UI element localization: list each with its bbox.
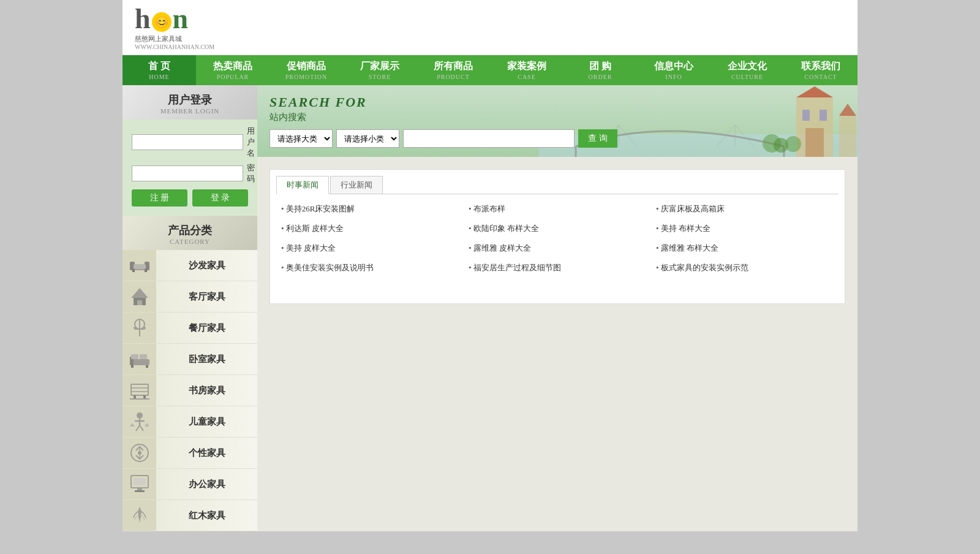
- username-label: 用户名: [247, 126, 255, 159]
- news-item-1[interactable]: 美持26R床安装图解: [276, 200, 464, 218]
- news-item-12[interactable]: 板式家具的安装实例示范: [651, 259, 839, 276]
- news-item-8[interactable]: 露维雅 皮样大全: [464, 240, 651, 257]
- page-wrapper: 用户登录 MEMBER LOGIN 用户名 密 码 注 册 登 录: [123, 85, 858, 531]
- category2-select[interactable]: 请选择小类: [336, 129, 399, 148]
- news-item-4[interactable]: 利达斯 皮样大全: [276, 220, 464, 237]
- svg-point-26: [137, 412, 143, 419]
- news-item-7[interactable]: 美持 皮样大全: [276, 240, 464, 257]
- news-container: 时事新闻 行业新闻 美持26R床安装图解 布派布样 庆富床板及高箱床 利达斯 皮…: [257, 157, 858, 316]
- category-name-study: 书房家具: [156, 385, 257, 397]
- nav-promotion-en: PROMOTION: [285, 74, 327, 80]
- nav-store-label: 厂家展示: [360, 60, 399, 73]
- nav-home-en: HOME: [149, 74, 169, 80]
- news-item-2[interactable]: 布派布样: [464, 200, 651, 218]
- category-item-dining[interactable]: 餐厅家具: [123, 313, 257, 344]
- nav-info[interactable]: 信息中心 INFO: [637, 55, 710, 85]
- nav-order-en: ORDER: [589, 74, 612, 80]
- search-row: 请选择大类 请选择小类 查 询: [270, 129, 845, 148]
- svg-rect-19: [146, 365, 148, 368]
- news-item-3[interactable]: 庆富床板及高箱床: [651, 200, 839, 218]
- svg-rect-3: [132, 269, 135, 272]
- category-icon-box-sofa: [123, 250, 156, 281]
- nav-product-en: PRODUCT: [437, 74, 470, 80]
- news-content: 美持26R床安装图解 布派布样 庆富床板及高箱床 利达斯 皮样大全 欧陆印象 布…: [276, 200, 839, 276]
- nav-popular[interactable]: 热卖商品 POPULAR: [196, 55, 270, 85]
- nav-culture[interactable]: 企业文化 CULTURE: [710, 55, 784, 85]
- password-input[interactable]: [132, 165, 243, 181]
- logo-h: h: [135, 3, 151, 34]
- bedroom-icon: [129, 348, 151, 370]
- category1-select[interactable]: 请选择大类: [270, 129, 333, 148]
- nav-order[interactable]: 团 购 ORDER: [564, 55, 637, 85]
- register-button[interactable]: 注 册: [132, 189, 187, 207]
- svg-rect-16: [131, 354, 138, 359]
- nav-promotion-label: 促销商品: [287, 60, 326, 73]
- study-icon: [129, 379, 151, 401]
- category-item-office[interactable]: 办公家具: [123, 469, 257, 500]
- tab-industry-news[interactable]: 行业新闻: [330, 176, 383, 194]
- tab-current-news[interactable]: 时事新闻: [276, 176, 329, 194]
- navigation: 首 页 HOME 热卖商品 POPULAR 促销商品 PROMOTION 厂家展…: [123, 55, 858, 85]
- svg-marker-6: [131, 288, 148, 298]
- category-list: 沙发家具 客厅家具: [123, 250, 257, 531]
- nav-product[interactable]: 所有商品 PRODUCT: [417, 55, 490, 85]
- news-item-9[interactable]: 露维雅 布样大全: [651, 240, 839, 257]
- svg-line-30: [140, 425, 143, 431]
- svg-point-13: [143, 327, 146, 329]
- login-button[interactable]: 登 录: [192, 189, 248, 207]
- logo[interactable]: h😊n 慈憨网上家具城 WWW.CHINAHANHAN.COM: [135, 5, 214, 50]
- nav-culture-label: 企业文化: [728, 60, 767, 73]
- nav-contact[interactable]: 联系我们 CONTACT: [784, 55, 858, 85]
- svg-rect-39: [135, 490, 145, 492]
- nav-product-label: 所有商品: [434, 60, 473, 73]
- news-tabs: 时事新闻 行业新闻: [276, 176, 839, 194]
- nav-popular-label: 热卖商品: [213, 60, 252, 73]
- category-name-sofa: 沙发家具: [156, 260, 257, 271]
- svg-rect-38: [137, 488, 142, 490]
- login-form: 用户名 密 码 注 册 登 录: [123, 120, 257, 216]
- category-name-children: 儿童家具: [156, 416, 257, 428]
- office-icon: [129, 473, 151, 495]
- svg-rect-37: [134, 478, 146, 485]
- category-item-sofa[interactable]: 沙发家具: [123, 250, 257, 281]
- search-subtitle: 站内搜索: [270, 112, 845, 123]
- svg-rect-17: [140, 354, 147, 359]
- category-name-mahogany: 红木家具: [156, 510, 257, 522]
- category-item-bedroom[interactable]: 卧室家具: [123, 344, 257, 375]
- category-item-custom[interactable]: 个性家具: [123, 438, 257, 469]
- nav-case[interactable]: 家装案例 CASE: [490, 55, 564, 85]
- category-icon-box-custom: [123, 438, 156, 468]
- member-login-header: 用户登录 MEMBER LOGIN: [123, 85, 257, 120]
- news-item-10[interactable]: 奥美佳安装实例及说明书: [276, 259, 464, 276]
- nav-culture-en: CULTURE: [731, 74, 763, 80]
- password-label: 密 码: [247, 162, 255, 184]
- search-input[interactable]: [403, 129, 575, 148]
- category-item-children[interactable]: 儿童家具: [123, 406, 257, 438]
- nav-home-label: 首 页: [148, 60, 170, 73]
- category-icon-box-dining: [123, 313, 156, 343]
- nav-promotion[interactable]: 促销商品 PROMOTION: [270, 55, 343, 85]
- category-name-bedroom: 卧室家具: [156, 354, 257, 365]
- nav-order-label: 团 购: [589, 60, 611, 73]
- nav-info-en: INFO: [665, 74, 682, 80]
- login-buttons: 注 册 登 录: [132, 189, 248, 207]
- nav-home[interactable]: 首 页 HOME: [123, 55, 196, 85]
- news-item-6[interactable]: 美持 布样大全: [651, 220, 839, 237]
- category-title-cn: 产品分类: [129, 223, 251, 238]
- news-area: 时事新闻 行业新闻 美持26R床安装图解 布派布样 庆富床板及高箱床 利达斯 皮…: [270, 169, 845, 304]
- category-item-study[interactable]: 书房家具: [123, 375, 257, 406]
- svg-rect-8: [137, 300, 142, 305]
- news-item-11[interactable]: 福安居生产过程及细节图: [464, 259, 651, 276]
- nav-store-en: STORE: [369, 74, 391, 80]
- nav-contact-en: CONTACT: [804, 74, 837, 80]
- nav-store[interactable]: 厂家展示 STORE: [343, 55, 417, 85]
- search-button[interactable]: 查 询: [578, 129, 617, 148]
- svg-rect-18: [131, 365, 134, 368]
- news-item-5[interactable]: 欧陆印象 布样大全: [464, 220, 651, 237]
- nav-info-label: 信息中心: [654, 60, 693, 73]
- category-item-mahogany[interactable]: 红木家具: [123, 500, 257, 531]
- search-title: SEARCH FOR: [270, 94, 845, 110]
- username-input[interactable]: [132, 134, 243, 150]
- category-icon-box-mahogany: [123, 500, 156, 531]
- category-item-living[interactable]: 客厅家具: [123, 281, 257, 313]
